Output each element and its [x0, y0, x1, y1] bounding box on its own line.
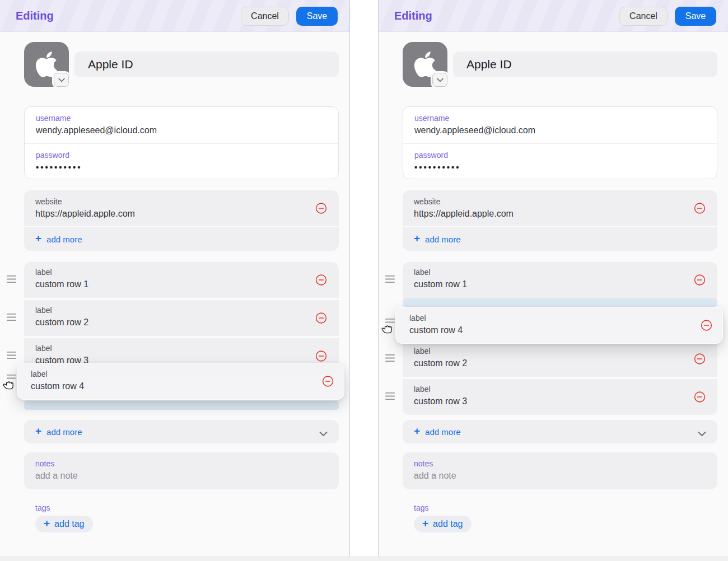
custom-row-3[interactable]: label custom row 3	[403, 379, 717, 415]
row-label: label	[35, 267, 328, 278]
plus-icon: +	[35, 232, 41, 245]
drag-handle-row-3[interactable]	[7, 351, 16, 358]
add-website-button[interactable]: + add more	[403, 227, 717, 251]
password-field[interactable]: password ••••••••••	[25, 144, 338, 180]
grabbing-hand-cursor-icon	[2, 377, 16, 391]
cancel-button[interactable]: Cancel	[241, 7, 289, 26]
plus-icon: +	[414, 425, 420, 437]
icon-picker-button[interactable]	[432, 73, 447, 87]
add-more-section[interactable]: + add more	[24, 420, 339, 443]
tags-label: tags	[414, 503, 428, 512]
drag-handle-row-3[interactable]	[385, 392, 395, 399]
custom-row-2[interactable]: label custom row 2	[403, 341, 717, 377]
row-value[interactable]: custom row 2	[35, 316, 328, 329]
remove-row-button[interactable]	[694, 391, 706, 403]
add-more-button[interactable]: + add more	[403, 420, 717, 443]
row-value[interactable]: custom row 2	[414, 357, 706, 370]
chevron-down-icon	[437, 78, 444, 82]
remove-row-button[interactable]	[322, 376, 334, 387]
username-field[interactable]: username wendy.appleseed@icloud.com	[403, 107, 717, 143]
cancel-button[interactable]: Cancel	[619, 7, 668, 26]
minus-circle-icon	[694, 391, 706, 403]
chevron-down-icon	[319, 431, 328, 437]
username-label: username	[414, 113, 706, 124]
save-button[interactable]: Save	[296, 7, 338, 26]
remove-website-button[interactable]	[694, 203, 706, 214]
remove-row-button[interactable]	[694, 274, 706, 286]
expand-section-button[interactable]	[319, 429, 328, 434]
row-label: label	[414, 267, 706, 278]
item-title-field[interactable]: Apple ID	[74, 52, 339, 77]
password-value[interactable]: ••••••••••	[36, 161, 327, 174]
custom-row-1[interactable]: label custom row 1	[403, 262, 717, 298]
website-label: website	[414, 196, 706, 207]
credentials-card: username wendy.appleseed@icloud.com pass…	[24, 106, 339, 179]
notes-label: notes	[35, 458, 328, 469]
page-title: Editing	[16, 10, 54, 22]
add-more-section[interactable]: + add more	[403, 420, 717, 443]
row-value[interactable]: custom row 4	[409, 324, 711, 337]
add-more-label: add more	[46, 427, 82, 437]
notes-card: notes add a note	[24, 452, 339, 489]
drop-indicator	[24, 401, 339, 410]
add-website-button[interactable]: + add more	[24, 227, 339, 251]
row-value[interactable]: custom row 4	[31, 380, 333, 393]
password-field[interactable]: password ••••••••••	[403, 144, 717, 180]
custom-row-1[interactable]: label custom row 1	[24, 262, 339, 298]
drag-handle-icon	[385, 275, 395, 283]
minus-circle-icon	[694, 203, 706, 214]
website-label: website	[35, 196, 328, 207]
item-title-field[interactable]: Apple ID	[453, 52, 717, 77]
remove-website-button[interactable]	[315, 203, 327, 214]
notes-field[interactable]: notes add a note	[24, 452, 339, 483]
add-tag-button[interactable]: + add tag	[35, 516, 93, 532]
row-value[interactable]: custom row 1	[414, 278, 706, 291]
username-value[interactable]: wendy.appleseed@icloud.com	[414, 124, 706, 137]
custom-row-2[interactable]: label custom row 2	[24, 300, 339, 336]
notes-label: notes	[414, 458, 706, 469]
remove-row-button[interactable]	[315, 274, 327, 286]
username-value[interactable]: wendy.appleseed@icloud.com	[36, 124, 327, 137]
drag-handle-row-1[interactable]	[7, 275, 16, 282]
website-card: website https://appleid.apple.com + add …	[403, 190, 717, 251]
website-value[interactable]: https://appleid.apple.com	[35, 207, 328, 221]
minus-circle-icon	[694, 353, 706, 365]
chevron-down-icon	[58, 78, 65, 82]
password-label: password	[414, 149, 706, 161]
row-label: label	[409, 312, 711, 324]
remove-row-button[interactable]	[315, 350, 327, 362]
expand-section-button[interactable]	[698, 429, 706, 434]
remove-row-button[interactable]	[694, 353, 706, 365]
drag-handle-row-2[interactable]	[7, 313, 16, 320]
icon-picker-button[interactable]	[54, 73, 69, 87]
drop-indicator	[403, 298, 717, 307]
minus-circle-icon	[315, 274, 327, 286]
notes-placeholder[interactable]: add a note	[35, 469, 328, 483]
dragged-custom-row-4[interactable]: label custom row 4	[17, 363, 344, 400]
credentials-card: username wendy.appleseed@icloud.com pass…	[403, 106, 717, 179]
row-value[interactable]: custom row 1	[35, 278, 328, 291]
add-more-button[interactable]: + add more	[24, 420, 339, 443]
plus-icon: +	[422, 517, 428, 530]
website-field[interactable]: website https://appleid.apple.com	[24, 190, 339, 226]
plus-icon: +	[35, 425, 41, 437]
website-value[interactable]: https://appleid.apple.com	[414, 207, 706, 221]
save-button[interactable]: Save	[675, 7, 716, 26]
username-field[interactable]: username wendy.appleseed@icloud.com	[25, 107, 338, 143]
drag-handle-row-2[interactable]	[385, 354, 395, 361]
remove-row-button[interactable]	[315, 312, 327, 324]
add-tag-label: add tag	[433, 519, 463, 529]
website-field[interactable]: website https://appleid.apple.com	[403, 190, 717, 226]
drag-handle-icon	[385, 392, 395, 400]
notes-field[interactable]: notes add a note	[403, 452, 717, 483]
notes-placeholder[interactable]: add a note	[414, 469, 706, 483]
dragged-custom-row-4[interactable]: label custom row 4	[395, 307, 723, 344]
remove-row-button[interactable]	[701, 320, 712, 331]
password-value[interactable]: ••••••••••	[414, 161, 706, 174]
add-more-label: add more	[46, 235, 82, 244]
drag-handle-row-1[interactable]	[385, 275, 395, 282]
add-tag-button[interactable]: + add tag	[414, 516, 472, 532]
row-value[interactable]: custom row 3	[414, 395, 706, 408]
row-label: label	[414, 384, 706, 395]
minus-circle-icon	[322, 376, 334, 387]
